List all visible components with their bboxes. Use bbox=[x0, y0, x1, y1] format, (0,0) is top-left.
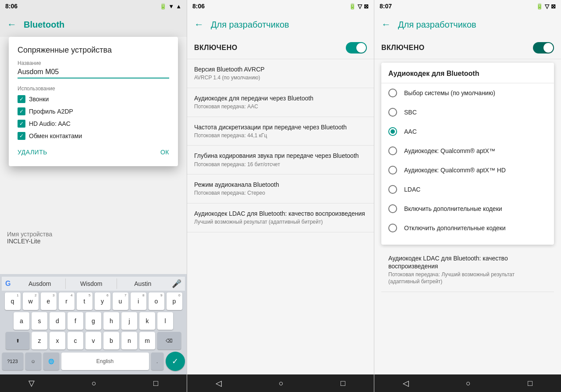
toggle-switch-3[interactable] bbox=[533, 42, 554, 53]
key-period[interactable]: . bbox=[151, 353, 163, 370]
key-m[interactable]: m bbox=[139, 332, 155, 349]
panel-audio-codec: 8:07 🔋 ▽ ⊠ ← Для разработчиков ВКЛЮЧЕНО … bbox=[374, 0, 561, 392]
mic-icon[interactable]: 🎤 bbox=[172, 279, 181, 289]
key-k[interactable]: k bbox=[139, 312, 155, 330]
checkbox-a2dp[interactable]: Профиль A2DP bbox=[18, 107, 169, 115]
key-symbols[interactable]: ?123 bbox=[2, 353, 23, 370]
nav-bar-3: ◁ ○ □ bbox=[374, 374, 561, 392]
settings-item-samplerate-title: Частота дискретизации при передаче через… bbox=[194, 123, 367, 131]
device-name-input[interactable] bbox=[18, 68, 169, 78]
key-i[interactable]: 8i bbox=[131, 292, 146, 310]
key-c[interactable]: c bbox=[67, 332, 83, 349]
key-w[interactable]: 2w bbox=[23, 292, 39, 310]
settings-item-channel[interactable]: Режим аудиоканала Bluetooth Потоковая пе… bbox=[187, 175, 374, 203]
key-z[interactable]: z bbox=[32, 332, 47, 349]
nav-back-1[interactable]: ▽ bbox=[28, 378, 35, 388]
app-bar-1: ← Bluetooth bbox=[0, 12, 187, 37]
checkbox-contacts-box[interactable] bbox=[18, 132, 25, 140]
name-label: Название bbox=[18, 60, 169, 66]
key-g[interactable]: g bbox=[85, 312, 101, 330]
settings-list-2: Версия Bluetooth AVRCP AVRCP 1.4 (по умо… bbox=[187, 59, 374, 392]
radio-option-system[interactable]: Выбор системы (по умолчанию) bbox=[381, 83, 554, 103]
key-d[interactable]: d bbox=[50, 312, 65, 330]
settings-item-avrcp-subtitle: AVRCP 1.4 (по умолчанию) bbox=[194, 75, 367, 82]
dialog-actions: УДАЛИТЬ ОК bbox=[18, 147, 169, 157]
radio-circle-ldac bbox=[388, 185, 397, 194]
key-n[interactable]: n bbox=[121, 332, 137, 349]
radio-option-aptx-hd[interactable]: Аудиокодек: Qualcomm® aptX™ HD bbox=[381, 160, 554, 180]
key-l[interactable]: l bbox=[157, 312, 173, 330]
checkbox-contacts-label: Обмен контактами bbox=[29, 132, 82, 139]
key-h[interactable]: h bbox=[103, 312, 119, 330]
nav-back-3[interactable]: ◁ bbox=[403, 378, 409, 388]
ok-button[interactable]: ОК bbox=[160, 147, 169, 157]
key-space[interactable]: English bbox=[61, 353, 149, 370]
key-t[interactable]: 5t bbox=[77, 292, 92, 310]
key-u[interactable]: 7u bbox=[113, 292, 128, 310]
device-name-label: Имя устройства bbox=[7, 231, 180, 238]
radio-option-ldac[interactable]: LDAC bbox=[381, 180, 554, 199]
checkbox-calls[interactable]: Звонки bbox=[18, 95, 169, 103]
key-v[interactable]: v bbox=[85, 332, 101, 349]
key-p[interactable]: 0p bbox=[167, 292, 182, 310]
radio-option-enable-codecs[interactable]: Включить дополнительные кодеки bbox=[381, 199, 554, 218]
key-q[interactable]: 1q bbox=[5, 292, 21, 310]
nav-bar-1: ▽ ○ □ bbox=[0, 374, 187, 392]
back-button-1[interactable]: ← bbox=[7, 19, 17, 30]
nav-recent-2[interactable]: □ bbox=[341, 379, 345, 388]
key-action[interactable]: ✓ bbox=[166, 352, 185, 371]
app-title-1: Bluetooth bbox=[24, 20, 64, 30]
behind-ldac-item[interactable]: Аудиокодек LDAC для Bluetooth: качество … bbox=[381, 248, 554, 292]
settings-item-bitdepth-title: Глубина кодирования звука при передаче ч… bbox=[194, 152, 367, 160]
settings-item-codec[interactable]: Аудиокодек для передачи через Bluetooth … bbox=[187, 88, 374, 117]
radio-option-aac[interactable]: AAC bbox=[381, 122, 554, 141]
back-button-3[interactable]: ← bbox=[381, 19, 391, 30]
nav-home-1[interactable]: ○ bbox=[92, 379, 96, 388]
suggestion-2[interactable]: Wisdom bbox=[66, 278, 117, 289]
checkbox-hd-audio-label: HD Audio: AAC bbox=[29, 120, 71, 127]
settings-item-ldac[interactable]: Аудиокодек LDAC для Bluetooth: качество … bbox=[187, 203, 374, 232]
radio-option-disable-codecs[interactable]: Отключить дополнительные кодеки bbox=[381, 218, 554, 238]
key-emoji[interactable]: ☺ bbox=[25, 353, 41, 370]
suggestion-1[interactable]: Ausdom bbox=[14, 278, 66, 289]
checkbox-hd-audio[interactable]: HD Audio: AAC bbox=[18, 120, 169, 128]
suggestion-3[interactable]: Austin bbox=[117, 278, 168, 289]
key-s[interactable]: s bbox=[32, 312, 47, 330]
settings-item-bitdepth[interactable]: Глубина кодирования звука при передаче ч… bbox=[187, 146, 374, 175]
radio-circle-aptx bbox=[388, 146, 397, 155]
back-button-2[interactable]: ← bbox=[194, 19, 204, 30]
key-b[interactable]: b bbox=[103, 332, 119, 349]
checkbox-hd-audio-box[interactable] bbox=[18, 120, 25, 128]
key-language-icon[interactable]: 🌐 bbox=[43, 353, 59, 370]
checkbox-calls-box[interactable] bbox=[18, 95, 25, 103]
nav-home-2[interactable]: ○ bbox=[279, 379, 284, 388]
key-x[interactable]: x bbox=[50, 332, 65, 349]
key-shift[interactable]: ⬆ bbox=[6, 332, 29, 349]
keyboard[interactable]: G Ausdom Wisdom Austin 🎤 1q 2w 3e 4r 5t … bbox=[0, 274, 187, 374]
status-time-2: 8:06 bbox=[192, 3, 205, 10]
settings-item-ldac-title: Аудиокодек LDAC для Bluetooth: качество … bbox=[194, 210, 367, 217]
status-icons-1: 🔋 ▼ ▲ bbox=[160, 3, 181, 10]
nav-home-3[interactable]: ○ bbox=[466, 379, 471, 388]
radio-label-aac: AAC bbox=[404, 128, 417, 135]
radio-option-sbc[interactable]: SBC bbox=[381, 103, 554, 122]
key-f[interactable]: f bbox=[67, 312, 83, 330]
key-e[interactable]: 3e bbox=[41, 292, 57, 310]
key-backspace[interactable]: ⌫ bbox=[157, 332, 181, 349]
settings-item-samplerate[interactable]: Частота дискретизации при передаче через… bbox=[187, 117, 374, 146]
radio-option-aptx[interactable]: Аудиокодек: Qualcomm® aptX™ bbox=[381, 141, 554, 160]
key-r[interactable]: 4r bbox=[59, 292, 75, 310]
nav-recent-3[interactable]: □ bbox=[528, 379, 533, 388]
settings-item-avrcp[interactable]: Версия Bluetooth AVRCP AVRCP 1.4 (по умо… bbox=[187, 59, 374, 88]
delete-button[interactable]: УДАЛИТЬ bbox=[18, 147, 47, 157]
key-o[interactable]: 9o bbox=[149, 292, 164, 310]
settings-item-codec-subtitle: Потоковая передача: AAC bbox=[194, 103, 367, 110]
toggle-switch-2[interactable] bbox=[346, 42, 367, 53]
checkbox-contacts[interactable]: Обмен контактами bbox=[18, 132, 169, 140]
key-a[interactable]: a bbox=[14, 312, 29, 330]
nav-recent-1[interactable]: □ bbox=[153, 379, 158, 388]
key-y[interactable]: 6y bbox=[95, 292, 110, 310]
key-j[interactable]: j bbox=[121, 312, 137, 330]
nav-back-2[interactable]: ◁ bbox=[216, 378, 222, 388]
checkbox-a2dp-box[interactable] bbox=[18, 107, 25, 115]
